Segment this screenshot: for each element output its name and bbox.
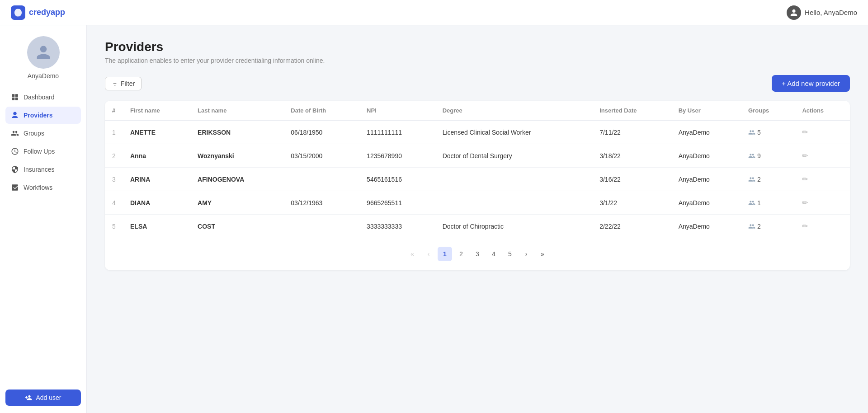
edit-icon[interactable]: ✏: [802, 222, 808, 230]
cell-degree: [435, 191, 593, 215]
pagination-page-5[interactable]: 5: [503, 247, 517, 261]
col-num: #: [105, 101, 123, 121]
layout: AnyaDemo Dashboard Providers Groups: [0, 25, 868, 413]
cell-npi: 5465161516: [359, 168, 435, 191]
edit-icon[interactable]: ✏: [802, 152, 808, 160]
cell-first-name: ARINA: [123, 168, 190, 191]
cell-degree: Doctor of Chiropractic: [435, 215, 593, 238]
edit-icon[interactable]: ✏: [802, 199, 808, 206]
cell-last-name: AMY: [190, 191, 283, 215]
cell-by-user: AnyaDemo: [671, 191, 741, 215]
col-last-name: Last name: [190, 101, 283, 121]
filter-button[interactable]: Filter: [105, 77, 142, 90]
sidebar-label-follow-ups: Follow Ups: [24, 148, 55, 155]
sidebar-avatar: [27, 36, 60, 69]
sidebar-item-workflows[interactable]: Workflows: [5, 179, 81, 196]
sidebar-item-groups[interactable]: Groups: [5, 125, 81, 142]
sidebar-username: AnyaDemo: [28, 72, 59, 80]
table-row: 5 ELSA COST 3333333333 Doctor of Chiropr…: [105, 215, 850, 238]
svg-rect-4: [15, 98, 18, 100]
providers-icon: [11, 111, 19, 119]
cell-groups: 5: [741, 121, 795, 144]
cell-actions: ✏: [795, 168, 850, 191]
cell-num: 4: [105, 191, 123, 215]
groups-icon: [11, 129, 19, 137]
col-by-user: By User: [671, 101, 741, 121]
cell-inserted-date: 7/11/22: [592, 121, 671, 144]
col-groups: Groups: [741, 101, 795, 121]
table-row: 3 ARINA AFINOGENOVA 5465161516 3/16/22 A…: [105, 168, 850, 191]
sidebar-label-providers: Providers: [24, 112, 53, 119]
cell-inserted-date: 3/18/22: [592, 144, 671, 168]
cell-actions: ✏: [795, 121, 850, 144]
pagination-next[interactable]: ›: [519, 247, 533, 261]
sidebar-label-workflows: Workflows: [24, 184, 52, 191]
cell-last-name: AFINOGENOVA: [190, 168, 283, 191]
edit-icon[interactable]: ✏: [802, 175, 808, 183]
sidebar-label-groups: Groups: [24, 130, 44, 137]
cell-last-name: COST: [190, 215, 283, 238]
table-row: 2 Anna Woznyanski 03/15/2000 1235678990 …: [105, 144, 850, 168]
sidebar-item-follow-ups[interactable]: Follow Ups: [5, 143, 81, 160]
cell-degree: [435, 168, 593, 191]
groups-count-icon: [748, 129, 755, 136]
page-subtitle: The application enables to enter your pr…: [105, 57, 850, 64]
cell-npi: 1111111111: [359, 121, 435, 144]
providers-table-container: # First name Last name Date of Birth NPI…: [105, 101, 850, 270]
pagination-page-3[interactable]: 3: [470, 247, 485, 261]
filter-icon: [112, 80, 118, 87]
pagination-page-4[interactable]: 4: [486, 247, 501, 261]
cell-last-name: ERIKSSON: [190, 121, 283, 144]
svg-rect-3: [12, 98, 14, 100]
cell-actions: ✏: [795, 144, 850, 168]
cell-degree: Licensed Clinical Social Worker: [435, 121, 593, 144]
cell-npi: 3333333333: [359, 215, 435, 238]
pagination-page-2[interactable]: 2: [454, 247, 468, 261]
add-provider-button[interactable]: + Add new provider: [772, 75, 850, 92]
sidebar-item-dashboard[interactable]: Dashboard: [5, 89, 81, 106]
sidebar-label-insurances: Insurances: [24, 166, 54, 173]
cell-groups: 2: [741, 215, 795, 238]
pagination-prev[interactable]: ‹: [421, 247, 436, 261]
sidebar-label-dashboard: Dashboard: [24, 94, 55, 101]
cell-groups: 2: [741, 168, 795, 191]
user-avatar-icon: [787, 5, 801, 20]
cell-first-name: DIANA: [123, 191, 190, 215]
table-header-row: # First name Last name Date of Birth NPI…: [105, 101, 850, 121]
add-user-button[interactable]: Add user: [5, 390, 81, 406]
table-row: 1 ANETTE ERIKSSON 06/18/1950 1111111111 …: [105, 121, 850, 144]
cell-num: 1: [105, 121, 123, 144]
sidebar-item-providers[interactable]: Providers: [5, 107, 81, 124]
sidebar: AnyaDemo Dashboard Providers Groups: [0, 25, 87, 413]
col-degree: Degree: [435, 101, 593, 121]
cell-inserted-date: 3/1/22: [592, 191, 671, 215]
insurances-icon: [11, 165, 19, 174]
app-logo[interactable]: credyapp: [11, 5, 65, 20]
col-dob: Date of Birth: [283, 101, 359, 121]
cell-by-user: AnyaDemo: [671, 168, 741, 191]
cell-dob: 03/12/1963: [283, 191, 359, 215]
svg-rect-2: [15, 94, 18, 97]
toolbar: Filter + Add new provider: [105, 75, 850, 92]
add-user-btn-icon: [25, 394, 32, 401]
col-inserted-date: Inserted Date: [592, 101, 671, 121]
col-actions: Actions: [795, 101, 850, 121]
cell-num: 5: [105, 215, 123, 238]
cell-by-user: AnyaDemo: [671, 144, 741, 168]
pagination-last[interactable]: »: [535, 247, 550, 261]
edit-icon[interactable]: ✏: [802, 128, 808, 136]
cell-by-user: AnyaDemo: [671, 215, 741, 238]
cell-actions: ✏: [795, 191, 850, 215]
page-title: Providers: [105, 40, 850, 54]
main-content: Providers The application enables to ent…: [87, 25, 868, 413]
sidebar-item-insurances[interactable]: Insurances: [5, 161, 81, 178]
pagination-first[interactable]: «: [405, 247, 420, 261]
cell-first-name: ELSA: [123, 215, 190, 238]
pagination-page-1[interactable]: 1: [438, 247, 452, 261]
svg-rect-1: [12, 94, 14, 97]
pagination: « ‹ 1 2 3 4 5 › »: [105, 238, 850, 270]
cell-first-name: Anna: [123, 144, 190, 168]
cell-npi: 1235678990: [359, 144, 435, 168]
dashboard-icon: [11, 93, 19, 101]
cell-groups: 1: [741, 191, 795, 215]
